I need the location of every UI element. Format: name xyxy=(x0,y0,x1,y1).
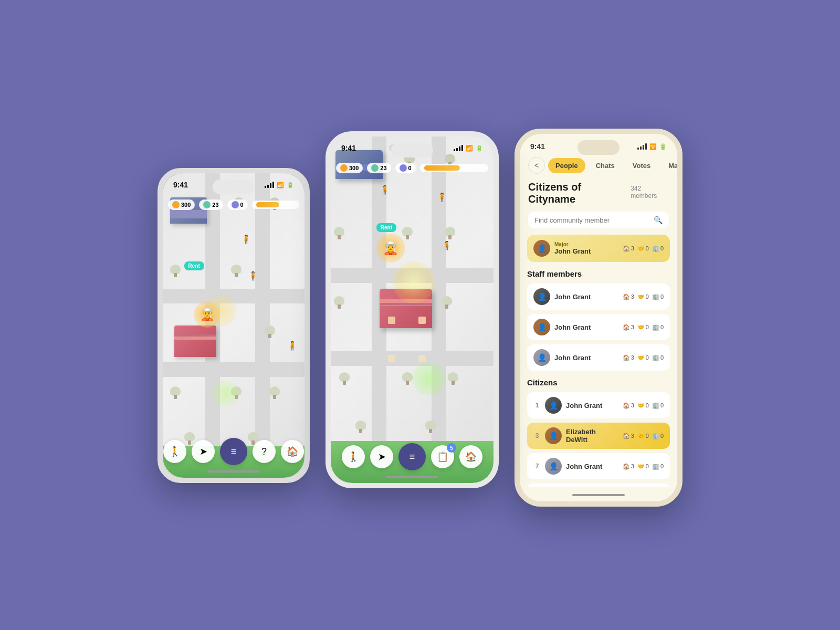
citizen-4[interactable]: 9 👤 John Grant 🏠3 🤝0 🏢0 xyxy=(527,484,670,487)
hud-hearts-center: 0 xyxy=(395,163,416,173)
wifi-icon-center: 📶 xyxy=(466,145,473,152)
citizen-name-3: John Grant xyxy=(566,463,618,470)
citizen-stats-2: 🏠3 🤝0 🏢0 xyxy=(623,433,664,439)
time-left: 9:41 xyxy=(173,181,188,189)
hud-bar-left xyxy=(252,201,299,209)
nav-menu-left[interactable]: ≡ xyxy=(220,438,247,465)
staff-member-2[interactable]: 👤 John Grant 🏠3 🤝0 🏢0 xyxy=(527,314,670,340)
citizen-rank-3: 7 xyxy=(533,463,541,470)
nav-menu-center[interactable]: ≡ xyxy=(398,443,426,470)
signal-right xyxy=(637,143,647,150)
staff-avatar-3: 👤 xyxy=(533,349,550,366)
staff-name-1: John Grant xyxy=(554,293,618,301)
citizen-2-highlighted[interactable]: 3 👤 Elizabeth DeWitt 🏠3 🤝0 🏢0 xyxy=(527,423,670,449)
staff-stats-3: 🏠3 🤝0 🏢0 xyxy=(623,354,664,361)
citizen-name-1: John Grant xyxy=(566,402,618,410)
staff-avatar-1: 👤 xyxy=(533,288,550,305)
mayor-stat2: 🤝 0 xyxy=(637,245,649,252)
community-title-row: Citizens of Cityname 342 members xyxy=(528,181,669,205)
mayor-stat1: 🏠 3 xyxy=(623,245,634,252)
notch-right xyxy=(583,143,599,150)
hud-hearts-left: 0 xyxy=(227,200,248,210)
wifi-icon-left: 📶 xyxy=(277,182,284,188)
heart-icon-left xyxy=(232,201,239,208)
nav-navigate-center[interactable]: ➤ xyxy=(370,445,393,468)
tab-people[interactable]: People xyxy=(548,158,585,173)
heart-icon-center xyxy=(400,164,407,172)
mayor-info: Major John Grant xyxy=(554,242,618,255)
nav-help-left[interactable]: ? xyxy=(253,440,276,463)
rent-tag-left: Rent xyxy=(184,261,204,270)
status-icons-left: 📶 🔋 xyxy=(265,182,294,188)
staff-stats-2: 🏠3 🤝0 🏢0 xyxy=(623,324,664,331)
hud-coins-center: 300 xyxy=(336,163,363,173)
tab-votes[interactable]: Votes xyxy=(625,158,658,173)
mayor-name: John Grant xyxy=(554,247,618,255)
community-tabs: < People Chats Votes Mayor xyxy=(528,157,669,174)
citizen-name-2: Elizabeth DeWitt xyxy=(566,428,618,444)
mayor-avatar: 👤 xyxy=(533,240,550,257)
citizen-stats-3: 🏠3 🤝0 🏢0 xyxy=(623,463,664,470)
status-icons-center: 📶 🔋 xyxy=(454,145,483,152)
citizen-avatar-3: 👤 xyxy=(545,458,562,475)
staff-name-2: John Grant xyxy=(554,323,618,331)
staff-avatar-2: 👤 xyxy=(533,319,550,335)
search-bar[interactable]: 🔍 xyxy=(528,212,669,228)
map-background-left: 🧍 🧍 🧍 Rent 🧝 xyxy=(163,173,304,478)
back-button[interactable]: < xyxy=(528,157,545,174)
hud-bar-center xyxy=(420,164,488,172)
signal-center xyxy=(454,145,463,151)
main-scene: 🧍 🧍 🧍 Rent 🧝 9:41 📶 xyxy=(0,0,840,630)
phone-left: 🧍 🧍 🧍 Rent 🧝 9:41 📶 xyxy=(158,168,310,483)
nav-navigate-left[interactable]: ➤ xyxy=(192,440,215,463)
staff-avatar-img-2: 👤 xyxy=(533,319,550,335)
battery-icon-right: 🔋 xyxy=(659,143,667,150)
staff-stat1-1: 🏠 3 xyxy=(623,293,634,300)
hud-gems-left: 23 xyxy=(199,200,223,210)
gem-icon-left xyxy=(203,201,211,208)
citizen-avatar-2: 👤 xyxy=(545,427,562,444)
staff-member-3[interactable]: 👤 John Grant 🏠3 🤝0 🏢0 xyxy=(527,344,670,371)
citizen-1[interactable]: 1 👤 John Grant 🏠3 🤝0 🏢0 xyxy=(527,392,670,418)
citizens-section-label: Citizens xyxy=(527,378,670,387)
phone-left-screen: 🧍 🧍 🧍 Rent 🧝 9:41 📶 xyxy=(163,173,304,478)
status-bar-right: 9:41 🛜 🔋 xyxy=(520,134,677,153)
building-icon: 🏢 xyxy=(652,245,659,252)
coin-icon-left xyxy=(172,201,180,208)
community-panel: 9:41 🛜 🔋 < People xyxy=(520,134,677,501)
rent-tag-center: Rent xyxy=(376,223,396,232)
staff-stat2-1: 🤝 0 xyxy=(637,293,649,300)
battery-icon-center: 🔋 xyxy=(476,145,483,152)
staff-section-label: Staff members xyxy=(527,269,670,278)
hand-icon: 🤝 xyxy=(637,245,645,252)
search-icon[interactable]: 🔍 xyxy=(654,216,663,224)
nav-home-center[interactable]: 🏠 xyxy=(459,445,482,468)
bottom-nav-center: 🚶 ➤ ≡ 📋 5 🏠 xyxy=(342,443,482,470)
game-hud-center: 300 23 0 xyxy=(336,163,488,173)
phone-center-screen: 🧍 🧍 🧍 🧝 Rent 9:41 xyxy=(331,136,494,483)
nav-walk-center[interactable]: 🚶 xyxy=(342,445,365,468)
tab-chats[interactable]: Chats xyxy=(589,158,622,173)
status-icons-right: 🛜 🔋 xyxy=(637,143,667,150)
staff-avatar-img-1: 👤 xyxy=(533,288,550,305)
mayor-card[interactable]: 👤 Major John Grant 🏠 3 🤝 0 xyxy=(527,235,670,262)
status-bar-center: 9:41 📶 🔋 xyxy=(331,136,494,154)
search-input[interactable] xyxy=(534,216,649,224)
mayor-stats: 🏠 3 🤝 0 🏢 0 xyxy=(623,245,664,252)
staff-avatar-img-3: 👤 xyxy=(533,349,550,366)
game-hud-left: 300 23 0 xyxy=(168,200,299,210)
nav-tasks-center[interactable]: 📋 5 xyxy=(431,445,454,468)
nav-walk-left[interactable]: 🚶 xyxy=(163,440,186,463)
time-center: 9:41 xyxy=(341,144,356,152)
mayor-stat3: 🏢 0 xyxy=(652,245,664,252)
bottom-nav-left: 🚶 ➤ ≡ ? 🏠 xyxy=(163,438,304,465)
tab-mayor[interactable]: Mayor xyxy=(661,158,677,173)
house-icon: 🏠 xyxy=(623,245,630,252)
citizen-3[interactable]: 7 👤 John Grant 🏠3 🤝0 🏢0 xyxy=(527,453,670,479)
coin-icon-center xyxy=(340,164,348,172)
signal-left xyxy=(265,182,274,188)
citizen-rank-1: 1 xyxy=(533,402,541,409)
nav-home-left[interactable]: 🏠 xyxy=(281,440,304,463)
staff-member-1[interactable]: 👤 John Grant 🏠 3 🤝 0 🏢 xyxy=(527,284,670,310)
staff-stats-1: 🏠 3 🤝 0 🏢 0 xyxy=(623,293,664,300)
